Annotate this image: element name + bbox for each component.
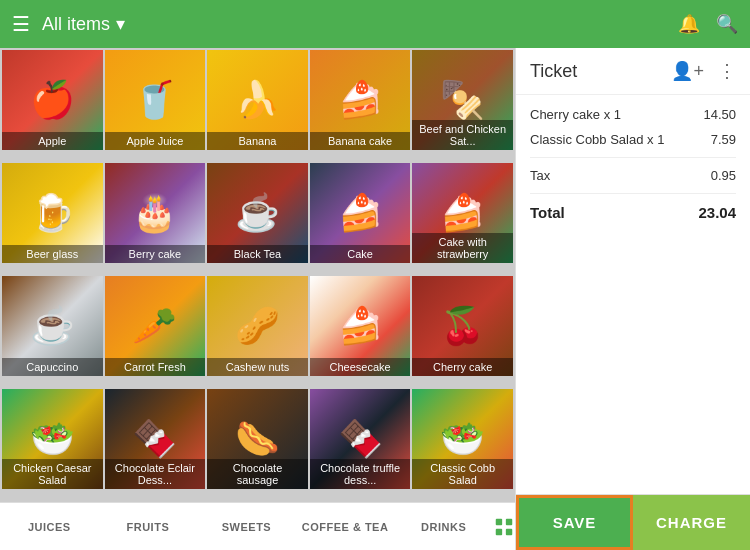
ticket-title: Ticket <box>530 61 671 82</box>
tab-coffee-tea[interactable]: COFFEE & TEA <box>296 513 395 541</box>
header-actions: 🔔 🔍 <box>678 13 738 35</box>
grid-item-berry-cake[interactable]: 🎂 Berry cake <box>105 163 206 263</box>
charge-button[interactable]: CHARGE <box>633 495 750 550</box>
menu-icon[interactable]: ☰ <box>12 12 30 36</box>
grid-item-choc-truffle[interactable]: 🍫 Chocolate truffle dess... <box>310 389 411 489</box>
grid-item-chicken[interactable]: 🥗 Chicken Caesar Salad <box>2 389 103 489</box>
grid-item-apple-juice[interactable]: 🥤 Apple Juice <box>105 50 206 150</box>
grid-item-beer[interactable]: 🍺 Beer glass <box>2 163 103 263</box>
grid-item-choc-eclair[interactable]: 🍫 Chocolate Eclair Dess... <box>105 389 206 489</box>
grid-item-banana-cake[interactable]: 🍰 Banana cake <box>310 50 411 150</box>
grid-item-cherry-cake[interactable]: 🍒 Cherry cake <box>412 276 513 376</box>
ticket-line-value: 7.59 <box>711 132 736 147</box>
notification-icon[interactable]: 🔔 <box>678 13 700 35</box>
grid-item-label: Classic Cobb Salad <box>412 459 513 489</box>
ticket-line-value: 14.50 <box>703 107 736 122</box>
svg-rect-2 <box>496 528 502 534</box>
ticket-line-label: Classic Cobb Salad x 1 <box>530 132 711 147</box>
ticket-divider <box>530 157 736 158</box>
tab-fruits[interactable]: FRUITS <box>99 513 198 541</box>
grid-item-label: Apple <box>2 132 103 150</box>
ticket-panel: Ticket 👤+ ⋮ Cherry cake x 1 14.50Classic… <box>515 48 750 550</box>
tab-sweets[interactable]: SWEETS <box>197 513 296 541</box>
total-value: 23.04 <box>698 204 736 221</box>
grid-item-label: Carrot Fresh <box>105 358 206 376</box>
ticket-line: Classic Cobb Salad x 1 7.59 <box>530 132 736 147</box>
more-options-icon[interactable]: ⋮ <box>718 60 736 82</box>
grid-item-cappuccino[interactable]: ☕ Capuccino <box>2 276 103 376</box>
ticket-body: Cherry cake x 1 14.50Classic Cobb Salad … <box>516 95 750 494</box>
grid-item-label: Apple Juice <box>105 132 206 150</box>
ticket-line: Cherry cake x 1 14.50 <box>530 107 736 122</box>
grid-item-apple[interactable]: 🍎 Apple <box>2 50 103 150</box>
ticket-actions: SAVE CHARGE <box>516 494 750 550</box>
grid-item-label: Chocolate Eclair Dess... <box>105 459 206 489</box>
grid-item-carrot[interactable]: 🥕 Carrot Fresh <box>105 276 206 376</box>
ticket-header-icons: 👤+ ⋮ <box>671 60 736 82</box>
item-grid: 🍎 Apple 🥤 Apple Juice 🍌 Banana 🍰 Banana … <box>0 48 515 502</box>
grid-item-label: Cake <box>310 245 411 263</box>
svg-rect-0 <box>496 518 502 524</box>
grid-item-label: Chocolate sausage <box>207 459 308 489</box>
grid-item-label: Banana <box>207 132 308 150</box>
save-button[interactable]: SAVE <box>516 495 633 550</box>
tax-label: Tax <box>530 168 711 183</box>
grid-item-label: Chocolate truffle dess... <box>310 459 411 489</box>
grid-item-banana[interactable]: 🍌 Banana <box>207 50 308 150</box>
grid-item-label: Black Tea <box>207 245 308 263</box>
grid-item-label: Berry cake <box>105 245 206 263</box>
search-icon[interactable]: 🔍 <box>716 13 738 35</box>
svg-rect-1 <box>506 518 512 524</box>
grid-item-classic-cobb[interactable]: 🥗 Classic Cobb Salad <box>412 389 513 489</box>
grid-item-label: Cherry cake <box>412 358 513 376</box>
grid-item-cake-straw[interactable]: 🍰 Cake with strawberry <box>412 163 513 263</box>
grid-view-icon[interactable] <box>493 516 515 538</box>
grid-item-cheesecake[interactable]: 🍰 Cheesecake <box>310 276 411 376</box>
total-label: Total <box>530 204 565 221</box>
header-title: All items <box>42 14 110 35</box>
left-panel: 🍎 Apple 🥤 Apple Juice 🍌 Banana 🍰 Banana … <box>0 48 515 550</box>
grid-item-choc-sausage[interactable]: 🌭 Chocolate sausage <box>207 389 308 489</box>
ticket-divider-2 <box>530 193 736 194</box>
svg-rect-3 <box>506 528 512 534</box>
main-content: 🍎 Apple 🥤 Apple Juice 🍌 Banana 🍰 Banana … <box>0 48 750 550</box>
tab-drinks[interactable]: DRINKS <box>394 513 493 541</box>
header-title-group: All items ▾ <box>42 13 678 35</box>
grid-item-label: Banana cake <box>310 132 411 150</box>
ticket-total-line: Total 23.04 <box>530 204 736 221</box>
ticket-tax-line: Tax 0.95 <box>530 168 736 183</box>
grid-item-cashew[interactable]: 🥜 Cashew nuts <box>207 276 308 376</box>
grid-item-label: Cheesecake <box>310 358 411 376</box>
grid-item-label: Cake with strawberry <box>412 233 513 263</box>
grid-item-beef[interactable]: 🍢 Beef and Chicken Sat... <box>412 50 513 150</box>
grid-item-black-tea[interactable]: ☕ Black Tea <box>207 163 308 263</box>
dropdown-icon[interactable]: ▾ <box>116 13 125 35</box>
grid-item-label: Chicken Caesar Salad <box>2 459 103 489</box>
grid-item-label: Capuccino <box>2 358 103 376</box>
ticket-line-label: Cherry cake x 1 <box>530 107 703 122</box>
add-user-icon[interactable]: 👤+ <box>671 60 704 82</box>
grid-item-label: Beer glass <box>2 245 103 263</box>
grid-item-label: Beef and Chicken Sat... <box>412 120 513 150</box>
ticket-header: Ticket 👤+ ⋮ <box>516 48 750 95</box>
header: ☰ All items ▾ 🔔 🔍 <box>0 0 750 48</box>
tab-juices[interactable]: JUICES <box>0 513 99 541</box>
grid-item-cake[interactable]: 🍰 Cake <box>310 163 411 263</box>
grid-item-label: Cashew nuts <box>207 358 308 376</box>
tax-value: 0.95 <box>711 168 736 183</box>
bottom-tabs: JUICESFRUITSSWEETSCOFFEE & TEADRINKS <box>0 502 515 550</box>
